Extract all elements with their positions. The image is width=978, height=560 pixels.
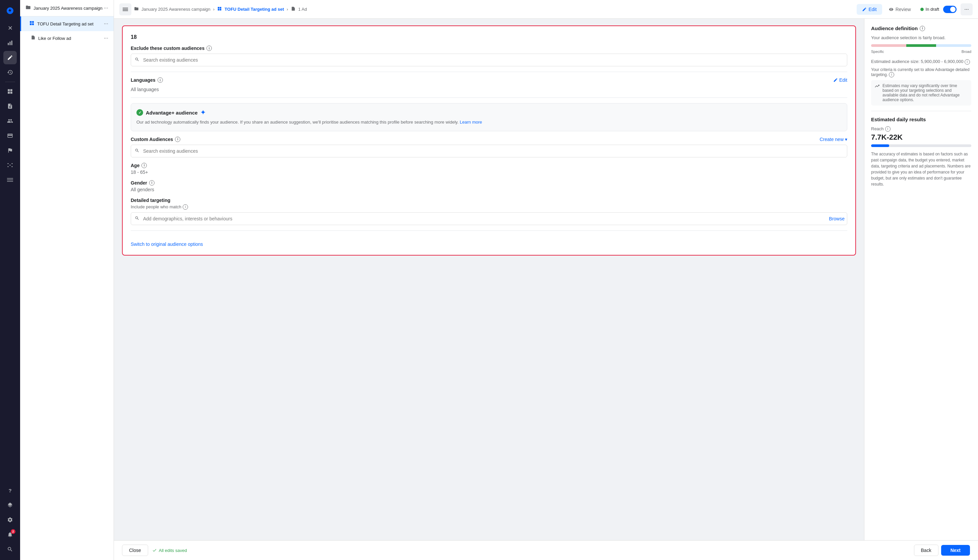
notification-icon[interactable]: 2 (3, 528, 17, 541)
detailed-targeting-group: Detailed targeting Include people who ma… (131, 198, 847, 225)
reach-info-icon[interactable]: i (885, 126, 891, 132)
age-value: 18 - 65+ (131, 170, 847, 175)
next-button[interactable]: Next (941, 545, 970, 556)
back-button[interactable]: Back (914, 545, 938, 556)
ad-doc-icon (31, 35, 35, 41)
documents-icon[interactable] (3, 100, 17, 113)
reach-value: 7.7K-22K (871, 133, 971, 142)
breadcrumb-adset-icon (217, 7, 222, 12)
breadcrumb-folder-icon (134, 7, 139, 12)
ad-label: Like or Follow ad (38, 36, 71, 41)
audience-def-info-icon[interactable]: i (919, 26, 925, 31)
languages-row: Languages i All languages Edit (131, 77, 847, 92)
review-tab[interactable]: Review (883, 4, 916, 15)
svg-rect-11 (123, 8, 128, 8)
exclude-info-icon[interactable]: i (206, 45, 212, 51)
create-new-button[interactable]: Create new ▾ (819, 137, 847, 142)
estimated-size: Estimated audience size: 5,900,000 - 6,9… (871, 59, 971, 65)
nav-adset-item[interactable]: TOFU Detail Targeting ad set ··· (20, 17, 114, 31)
edit-tab-label: Edit (869, 7, 877, 12)
breadcrumb: January 2025 Awareness campaign › TOFU D… (134, 7, 307, 12)
learn-more-link[interactable]: Learn more (460, 120, 482, 125)
save-status-text: All edits saved (159, 548, 187, 553)
trend-icon (874, 83, 880, 102)
meter-red (871, 44, 906, 47)
svg-point-6 (8, 166, 9, 167)
breadcrumb-ad: 1 Ad (298, 7, 307, 12)
edit-tab[interactable]: Edit (857, 4, 882, 15)
languages-label: Languages i (131, 77, 163, 83)
top-bar-tabs: Edit Review (857, 4, 916, 15)
svg-rect-9 (7, 180, 13, 180)
menu2-icon[interactable] (3, 173, 17, 187)
nav-campaign-item[interactable]: January 2025 Awareness campaign ··· (20, 0, 114, 17)
nav-ad-item[interactable]: Like or Follow ad ··· (20, 31, 114, 45)
advantage-header: ✓ Advantage+ audience ✦ (136, 109, 842, 116)
reach-label: Reach i (871, 126, 971, 132)
status-dot (920, 8, 924, 11)
meter-labels: Specific Broad (871, 50, 971, 53)
custom-audiences-label: Custom Audiences i (131, 137, 180, 142)
help-icon[interactable]: ? (3, 483, 17, 497)
search2-icon[interactable] (3, 543, 17, 556)
specific-label: Specific (871, 50, 884, 53)
custom-search-icon (135, 148, 139, 154)
svg-point-3 (10, 165, 11, 166)
gender-label: Gender i (131, 180, 847, 185)
meter-light (936, 44, 971, 47)
layers2-icon[interactable] (3, 498, 17, 512)
top-bar-actions: Edit Review In draft ··· (857, 3, 973, 15)
browse-button[interactable]: Browse (829, 216, 844, 222)
advantage-check-icon: ✓ (136, 109, 143, 116)
include-info-icon[interactable]: i (183, 204, 188, 210)
payment-icon[interactable] (3, 129, 17, 142)
breadcrumb-campaign: January 2025 Awareness campaign (141, 7, 211, 12)
custom-search-wrapper (131, 145, 847, 157)
languages-info-icon[interactable]: i (157, 77, 163, 83)
estimate-note: Estimates may vary significantly over ti… (871, 80, 971, 105)
audience-desc: Your audience selection is fairly broad. (871, 35, 971, 40)
gender-info-icon[interactable]: i (149, 180, 154, 185)
bottom-left: Close All edits saved (122, 545, 187, 556)
more-options-button[interactable]: ··· (961, 3, 973, 15)
meta-logo (3, 4, 17, 17)
svg-point-4 (8, 163, 9, 164)
svg-rect-13 (123, 10, 128, 11)
form-area: 18 Exclude these custom audiences i (114, 19, 864, 540)
close-button[interactable]: Close (122, 545, 148, 556)
audience-def-title: Audience definition i (871, 25, 971, 31)
targeting-input[interactable] (131, 212, 847, 225)
grid-view-icon[interactable] (3, 85, 17, 98)
custom-audiences-info-icon[interactable]: i (175, 137, 180, 142)
exclude-search-wrapper (131, 53, 847, 66)
draft-toggle[interactable] (943, 6, 956, 13)
campaign-dots[interactable]: ··· (104, 5, 108, 11)
languages-edit-link[interactable]: Edit (833, 77, 847, 83)
ad-dots[interactable]: ··· (104, 35, 108, 41)
history-icon[interactable] (3, 66, 17, 79)
network2-icon[interactable] (3, 158, 17, 172)
gender-value: All genders (131, 187, 847, 192)
notification-badge: 2 (11, 529, 15, 534)
age-info-icon[interactable]: i (141, 163, 147, 168)
edit-pen-icon[interactable] (3, 51, 17, 64)
audience-icon[interactable] (3, 114, 17, 128)
daily-results-title: Estimated daily results (871, 117, 971, 122)
review-tab-label: Review (896, 7, 911, 12)
advantage-note-info-icon[interactable]: i (889, 72, 894, 77)
flag2-icon[interactable] (3, 144, 17, 157)
svg-rect-2 (12, 40, 12, 45)
adset-dots[interactable]: ··· (104, 21, 108, 27)
age-group: Age i 18 - 65+ (131, 163, 847, 175)
sidebar-toggle-button[interactable] (119, 3, 131, 15)
exclude-search-input[interactable] (131, 53, 847, 66)
languages-value: All languages (131, 87, 163, 92)
chart-bar-icon[interactable] (3, 36, 17, 50)
estimated-size-info-icon[interactable]: i (965, 59, 970, 65)
main-area: January 2025 Awareness campaign › TOFU D… (114, 0, 978, 560)
settings2-icon[interactable] (3, 513, 17, 527)
content-body: 18 Exclude these custom audiences i (114, 19, 978, 540)
switch-audience-link[interactable]: Switch to original audience options (131, 242, 203, 247)
close-icon[interactable]: ✕ (3, 22, 17, 35)
custom-search-input[interactable] (131, 145, 847, 157)
